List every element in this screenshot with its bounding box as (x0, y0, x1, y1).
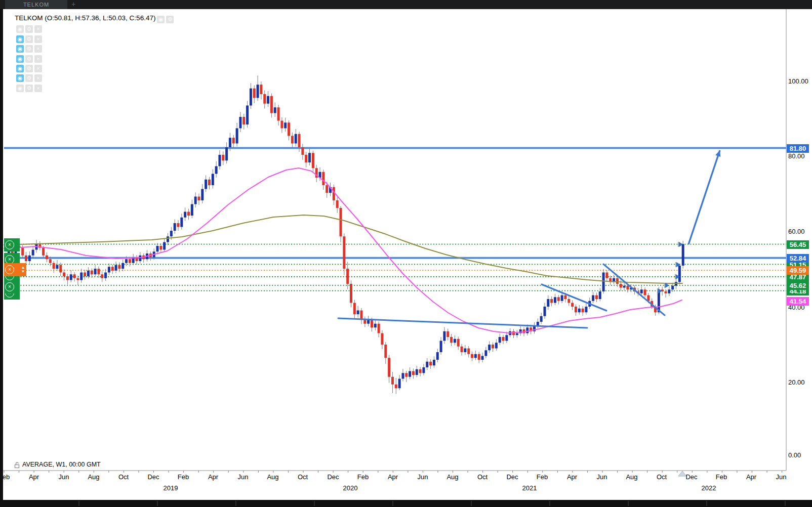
close-order-icon[interactable]: × (4, 238, 15, 251)
month-label: Jun (238, 473, 249, 481)
buy-arrow-icon (658, 288, 662, 293)
month-label: Feb (357, 473, 369, 481)
legend-row-sma(21): ◉⚙× (15, 72, 174, 81)
price-level-tag: 49.59 (787, 266, 809, 275)
close-icon[interactable]: × (34, 85, 42, 92)
eye-icon[interactable]: ◉ (16, 55, 24, 63)
month-label: Jun (597, 473, 607, 481)
eye-icon[interactable]: ◉ (16, 74, 24, 82)
buy-order-button[interactable]: × (4, 238, 20, 251)
month-label: Jun (418, 473, 428, 481)
eye-icon[interactable]: ◉ (16, 35, 24, 43)
month-label: Dec (327, 473, 339, 481)
close-icon[interactable]: × (34, 35, 42, 43)
year-label: 2021 (522, 484, 537, 492)
add-tab-icon[interactable]: + (69, 0, 78, 9)
projection-arrow[interactable] (688, 150, 720, 244)
legend-row-ema(50): ◉⚙× (15, 23, 174, 32)
sl-stepper[interactable]: ▲▼ (20, 263, 26, 276)
order-button-label (15, 280, 20, 293)
month-label: Oct (477, 473, 488, 481)
close-icon[interactable]: × (34, 25, 42, 33)
chart-tab-bar: TELKOM + (0, 0, 812, 9)
month-label: Feb (716, 473, 727, 481)
close-icon[interactable]: × (34, 55, 42, 63)
order-button-label (15, 263, 20, 276)
month-label: Oct (657, 473, 667, 481)
chart-status-line: AVERAGE, W1, 00:00 GMT (22, 461, 101, 468)
month-label: Jun (59, 473, 69, 481)
eye-icon[interactable]: ◉ (16, 65, 24, 72)
price-tick-label: 20.00 (788, 378, 805, 386)
gear-icon[interactable]: ⚙ (25, 55, 33, 63)
gear-icon[interactable]: ⚙ (25, 85, 33, 92)
gear-icon[interactable]: ⚙ (25, 74, 33, 82)
gear-icon[interactable]: ⚙ (25, 25, 33, 33)
symbol-ohlc-text: TELKOM (O:50.81, H:57.36, L:50.03, C:56.… (15, 14, 155, 22)
month-label: Apr (746, 473, 756, 481)
month-label: Aug (88, 473, 99, 481)
month-label: Aug (446, 473, 458, 481)
close-order-icon[interactable]: × (4, 263, 15, 276)
eye-icon[interactable]: ◉ (16, 25, 24, 33)
month-label: Dec (506, 473, 518, 481)
symbol-ohlc-readout: TELKOM (O:50.81, H:57.36, L:50.03, C:56.… (15, 13, 174, 23)
price-level-tag: 81.80 (787, 144, 809, 153)
year-label: 2020 (343, 484, 358, 492)
month-label: Oct (118, 473, 129, 481)
month-label: Apr (29, 473, 39, 481)
eye-icon[interactable]: ◉ (16, 85, 24, 92)
gear-icon[interactable]: ⚙ (25, 35, 33, 43)
legend-row-ema(30): ◉⚙× (15, 43, 174, 52)
legend-row-ema(200): ◉⚙× (15, 82, 174, 92)
candles (4, 75, 684, 394)
buy-order-button[interactable]: × (4, 280, 20, 293)
month-label: Apr (388, 473, 398, 481)
price-tick-label: 100.00 (788, 77, 808, 85)
price-level-tag: 45.62 (787, 281, 809, 290)
month-label: Aug (267, 473, 278, 481)
month-label: Dec (147, 473, 159, 481)
year-label: 2022 (702, 484, 716, 492)
order-button-label (15, 238, 20, 251)
legend-row-ema(60): ◉⚙× (15, 53, 174, 62)
price-tick-label: 80.00 (788, 152, 805, 160)
gear-icon[interactable]: ⚙ (25, 45, 33, 53)
price-tick-label: 0.00 (788, 451, 801, 459)
indicator-legend: TELKOM (O:50.81, H:57.36, L:50.03, C:56.… (15, 13, 174, 92)
close-icon[interactable]: × (34, 65, 42, 72)
eye-icon[interactable]: ◉ (157, 16, 165, 23)
chart-window: TELKOM + TELKOM (O:50.81, H:57.36, L:50.… (0, 0, 812, 507)
price-level-tag: 56.45 (787, 240, 809, 249)
stoploss-button[interactable]: ×▲▼ (4, 263, 26, 276)
gear-icon[interactable]: ⚙ (166, 16, 174, 23)
month-label: Feb (537, 473, 548, 481)
close-icon[interactable]: × (34, 45, 42, 53)
month-label: Aug (626, 473, 637, 481)
tab-telkom[interactable]: TELKOM (5, 0, 67, 9)
close-order-icon[interactable]: × (4, 280, 15, 293)
trendline[interactable] (603, 264, 665, 315)
month-label: Apr (567, 473, 577, 481)
legend-row-sma(7): ◉⚙× (15, 62, 174, 72)
gear-icon[interactable]: ⚙ (25, 65, 33, 72)
lock-icon[interactable] (14, 461, 20, 471)
month-label: Oct (298, 473, 308, 481)
price-level-tag: 52.84 (787, 254, 809, 263)
month-label: Apr (208, 473, 218, 481)
month-label: Dec (685, 473, 697, 481)
month-label: Feb (178, 473, 189, 481)
price-level-tag: 41.54 (787, 297, 809, 306)
year-label: 2019 (164, 484, 178, 492)
eye-icon[interactable]: ◉ (16, 45, 24, 53)
price-tick-label: 60.00 (788, 228, 805, 235)
chart-scrollbar[interactable] (0, 500, 812, 507)
close-icon[interactable]: × (34, 74, 42, 82)
month-label: Jun (776, 473, 787, 481)
legend-row-ema(15): ◉⚙× (15, 33, 174, 43)
left-window-edge (0, 9, 3, 507)
